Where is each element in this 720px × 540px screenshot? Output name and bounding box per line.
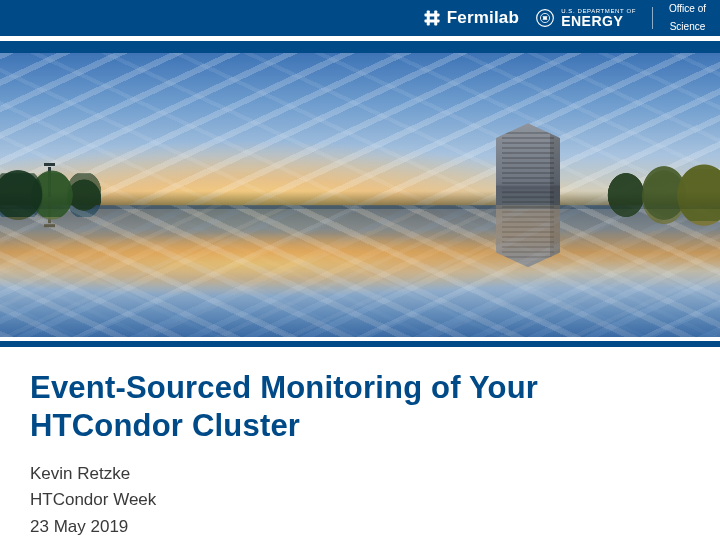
title-line-1: Event-Sourced Monitoring of Your bbox=[30, 369, 690, 407]
doe-text: U.S. DEPARTMENT OF ENERGY bbox=[561, 8, 636, 28]
fermilab-logo: Fermilab bbox=[423, 8, 519, 28]
svg-rect-0 bbox=[426, 10, 429, 25]
doe-seal-icon bbox=[535, 8, 555, 28]
doe-energy-label: ENERGY bbox=[561, 14, 636, 28]
date: 23 May 2019 bbox=[30, 514, 690, 540]
slide-meta: Kevin Retzke HTCondor Week 23 May 2019 bbox=[30, 461, 690, 540]
slide: Fermilab U.S. DEPARTMENT OF ENERGY Offic… bbox=[0, 0, 720, 540]
office-top-label: Office of bbox=[669, 4, 706, 14]
title-line-2: HTCondor Cluster bbox=[30, 407, 690, 445]
author: Kevin Retzke bbox=[30, 461, 690, 487]
event: HTCondor Week bbox=[30, 487, 690, 513]
svg-rect-3 bbox=[424, 19, 439, 22]
slide-title: Event-Sourced Monitoring of Your HTCondo… bbox=[30, 369, 690, 445]
svg-rect-2 bbox=[424, 13, 439, 16]
header-stripe-blue bbox=[0, 41, 720, 53]
svg-rect-1 bbox=[434, 10, 437, 25]
fermilab-label: Fermilab bbox=[447, 8, 519, 28]
title-block: Event-Sourced Monitoring of Your HTCondo… bbox=[0, 347, 720, 540]
hero-image bbox=[0, 53, 720, 337]
fermilab-icon bbox=[423, 9, 441, 27]
office-bottom-label: Science bbox=[670, 22, 706, 32]
reflection bbox=[0, 205, 720, 337]
doe-logo: U.S. DEPARTMENT OF ENERGY bbox=[535, 8, 636, 28]
header-divider bbox=[652, 7, 653, 29]
office-of-science: Office of Science bbox=[669, 4, 706, 32]
header-bar: Fermilab U.S. DEPARTMENT OF ENERGY Offic… bbox=[0, 0, 720, 36]
